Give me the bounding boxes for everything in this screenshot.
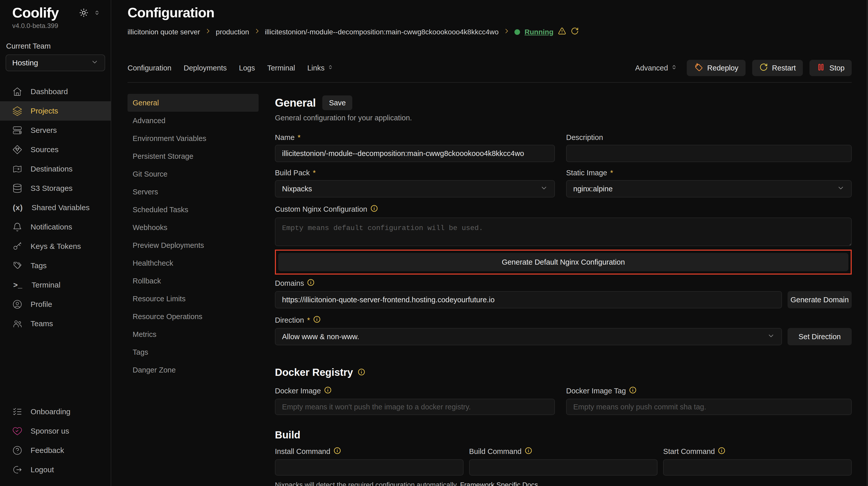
subnav-resource-limits[interactable]: Resource Limits <box>127 290 259 307</box>
domains-input[interactable] <box>275 291 782 309</box>
sidebar-item-label: Servers <box>31 126 57 135</box>
breadcrumb-project[interactable]: illicitonion quote server <box>127 28 200 36</box>
subnav-preview-deployments[interactable]: Preview Deployments <box>127 236 259 254</box>
logo-row: Coolify <box>0 5 111 20</box>
build-command-input[interactable] <box>469 459 658 476</box>
info-circle-icon[interactable] <box>334 447 341 456</box>
breadcrumb-environment[interactable]: production <box>216 28 249 36</box>
status-link[interactable]: Running <box>525 28 554 36</box>
sidebar-item-keys-tokens[interactable]: Keys & Tokens <box>0 237 111 256</box>
static-image-select[interactable]: nginx:alpine <box>566 180 852 197</box>
sidebar-item-dashboard[interactable]: Dashboard <box>0 82 111 101</box>
subnav-healthcheck[interactable]: Healthcheck <box>127 254 259 272</box>
subnav-servers[interactable]: Servers <box>127 183 259 201</box>
install-command-input[interactable] <box>275 459 464 476</box>
custom-nginx-textarea[interactable] <box>275 218 852 246</box>
sidebar-item-shared-variables[interactable]: (x) Shared Variables <box>0 198 111 217</box>
subnav-scheduled-tasks[interactable]: Scheduled Tasks <box>127 201 259 219</box>
redeploy-button[interactable]: Redeploy <box>687 60 746 76</box>
sidebar-item-tags[interactable]: Tags <box>0 256 111 275</box>
subnav-rollback[interactable]: Rollback <box>127 272 259 290</box>
advanced-dropdown[interactable]: Advanced <box>635 64 678 72</box>
scrollbar-track[interactable] <box>866 0 868 486</box>
sidebar-item-destinations[interactable]: Destinations <box>0 159 111 179</box>
framework-docs-link[interactable]: Framework Specific Docs <box>460 481 538 486</box>
tab-deployments[interactable]: Deployments <box>184 64 227 72</box>
sidebar-item-servers[interactable]: Servers <box>0 121 111 140</box>
stop-button[interactable]: Stop <box>809 60 852 76</box>
chevron-right-icon <box>205 28 211 36</box>
info-circle-icon[interactable] <box>370 204 378 214</box>
static-image-label: Static Image <box>566 169 607 177</box>
sidebar-item-teams[interactable]: Teams <box>0 314 111 333</box>
name-label: Name <box>275 133 294 142</box>
sidebar-item-profile[interactable]: Profile <box>0 295 111 314</box>
direction-select[interactable]: Allow www & non-www. <box>275 328 782 345</box>
subnav-advanced[interactable]: Advanced <box>127 112 259 130</box>
tab-logs[interactable]: Logs <box>239 64 255 72</box>
warning-triangle-icon[interactable] <box>558 27 566 37</box>
info-circle-icon[interactable] <box>313 316 321 325</box>
sidebar-item-label: Sources <box>31 145 59 154</box>
bell-icon <box>12 222 22 232</box>
docker-image-tag-input[interactable] <box>566 399 852 415</box>
save-button[interactable]: Save <box>322 95 352 110</box>
sun-icon[interactable] <box>79 8 88 18</box>
sidebar: Coolify v4.0.0-beta.399 Current Team Hos… <box>0 0 111 486</box>
subnav-metrics[interactable]: Metrics <box>127 325 259 343</box>
sidebar-item-s3-storages[interactable]: S3 Storages <box>0 179 111 198</box>
breadcrumb-application[interactable]: illicitestonion/-module--decomposition:m… <box>265 28 499 36</box>
start-command-input[interactable] <box>663 459 852 476</box>
sidebar-item-sources[interactable]: Sources <box>0 140 111 159</box>
build-title: Build <box>275 429 300 441</box>
subnav-webhooks[interactable]: Webhooks <box>127 219 259 236</box>
pause-icon <box>816 63 825 73</box>
info-circle-icon[interactable] <box>629 386 637 396</box>
sidebar-item-projects[interactable]: Projects <box>0 101 111 121</box>
required-asterisk: * <box>313 169 316 177</box>
required-asterisk: * <box>610 169 613 177</box>
refresh-icon <box>759 63 768 73</box>
subnav-git-source[interactable]: Git Source <box>127 165 259 183</box>
tab-configuration[interactable]: Configuration <box>127 64 172 72</box>
info-circle-icon[interactable] <box>307 279 315 288</box>
info-circle-icon[interactable] <box>525 447 532 456</box>
users-icon <box>12 319 22 329</box>
sidebar-item-label: S3 Storages <box>31 184 72 193</box>
set-direction-button[interactable]: Set Direction <box>787 328 852 345</box>
restart-button[interactable]: Restart <box>752 60 803 76</box>
tab-links[interactable]: Links <box>307 64 334 72</box>
docker-image-input[interactable] <box>275 399 555 415</box>
subnav-environment-variables[interactable]: Environment Variables <box>127 130 259 147</box>
sidebar-item-label: Keys & Tokens <box>31 242 81 251</box>
generate-nginx-config-button[interactable]: Generate Default Nginx Configuration <box>278 253 848 271</box>
subnav-tags[interactable]: Tags <box>127 343 259 361</box>
info-circle-icon[interactable] <box>358 368 365 377</box>
sidebar-item-onboarding[interactable]: Onboarding <box>0 402 111 421</box>
info-circle-icon[interactable] <box>718 447 725 456</box>
team-select[interactable]: Hosting <box>6 55 105 71</box>
generate-domain-button[interactable]: Generate Domain <box>787 291 852 309</box>
subnav-danger-zone[interactable]: Danger Zone <box>127 361 259 379</box>
sidebar-item-sponsor-us[interactable]: Sponsor us <box>0 421 111 441</box>
description-input[interactable] <box>566 145 852 162</box>
required-asterisk: * <box>307 316 310 324</box>
user-circle-icon <box>12 299 22 310</box>
app-version: v4.0.0-beta.399 <box>0 22 111 30</box>
sidebar-item-label: Feedback <box>31 446 64 455</box>
chevron-down-icon <box>837 184 845 194</box>
name-input[interactable] <box>275 145 555 162</box>
sidebar-item-notifications[interactable]: Notifications <box>0 217 111 237</box>
sidebar-item-logout[interactable]: Logout <box>0 460 111 479</box>
chevrons-up-down-icon[interactable] <box>93 9 100 17</box>
tab-terminal[interactable]: Terminal <box>267 64 295 72</box>
home-icon <box>12 87 22 97</box>
info-circle-icon[interactable] <box>324 386 332 396</box>
build-pack-select[interactable]: Nixpacks <box>275 180 555 197</box>
sidebar-item-feedback[interactable]: Feedback <box>0 441 111 460</box>
subnav-persistent-storage[interactable]: Persistent Storage <box>127 147 259 165</box>
refresh-icon[interactable] <box>571 27 579 37</box>
subnav-resource-operations[interactable]: Resource Operations <box>127 307 259 325</box>
subnav-general[interactable]: General <box>127 94 259 112</box>
sidebar-item-terminal[interactable]: >_ Terminal <box>0 275 111 295</box>
